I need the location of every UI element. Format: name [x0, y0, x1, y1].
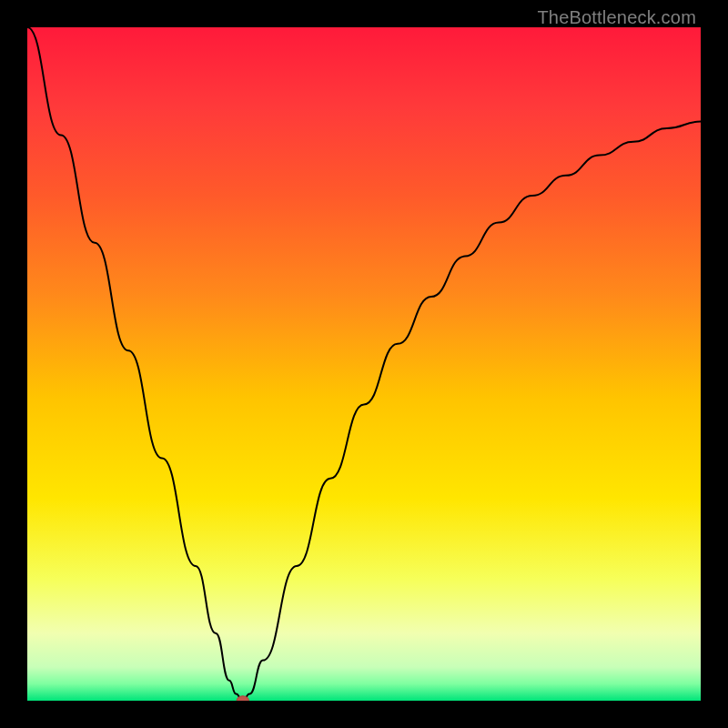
watermark-text: TheBottleneck.com — [537, 7, 696, 28]
gradient-background — [27, 27, 701, 701]
chart-frame: TheBottleneck.com — [0, 0, 728, 728]
bottleneck-chart — [27, 27, 701, 701]
